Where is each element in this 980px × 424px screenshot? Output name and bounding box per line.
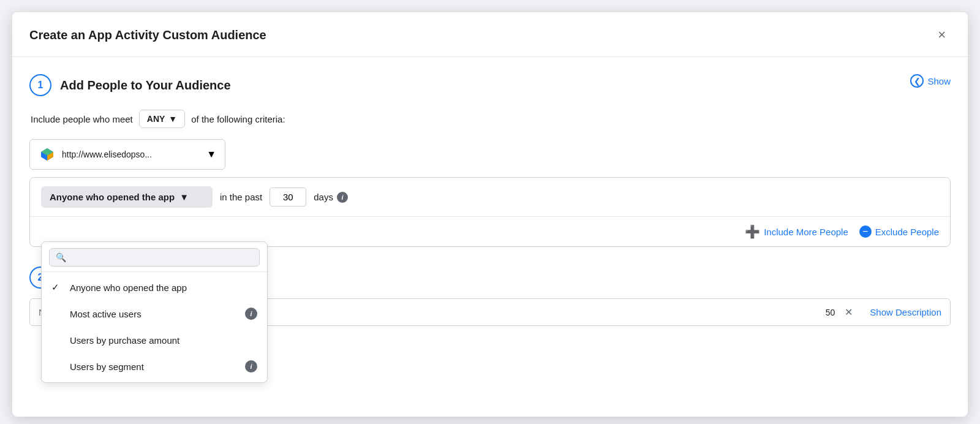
audience-type-label: Anyone who opened the app	[50, 192, 175, 202]
section1-title: Add People to Your Audience	[60, 78, 231, 93]
dropdown-item-users-segment[interactable]: ✓ Users by segment i	[42, 353, 267, 380]
exclude-people-link[interactable]: − Exclude People	[859, 225, 939, 238]
modal-body: ❮ Show 1 Add People to Your Audience Inc…	[12, 57, 968, 341]
app-selector[interactable]: http://www.elisedopso... ▼	[29, 139, 225, 170]
dropdown-item-label: Users by purchase amount	[70, 335, 179, 346]
search-icon: 🔍	[56, 252, 66, 262]
chevron-left-circle-icon: ❮	[910, 74, 924, 88]
dropdown-item-label: Anyone who opened the app	[70, 282, 187, 293]
days-label: days i	[314, 192, 348, 203]
section1-header: 1 Add People to Your Audience	[29, 74, 951, 96]
days-info-icon[interactable]: i	[337, 192, 348, 203]
criteria-suffix: of the following criteria:	[191, 114, 285, 124]
close-button[interactable]: ×	[933, 25, 951, 45]
clear-name-button[interactable]: ✕	[841, 305, 856, 319]
audience-dropdown-chevron-icon: ▼	[179, 192, 189, 202]
most-active-info-icon[interactable]: i	[245, 308, 257, 320]
dropdown-items-list: ✓ Anyone who opened the app ✓ Most activ…	[42, 272, 267, 382]
dropdown-item-most-active[interactable]: ✓ Most active users i	[42, 300, 267, 327]
days-input[interactable]	[270, 187, 306, 206]
any-chevron-icon: ▼	[168, 114, 177, 124]
include-more-link[interactable]: ➕ Include More People	[745, 225, 848, 238]
audience-type-dropdown[interactable]: Anyone who opened the app ▼	[41, 186, 213, 208]
criteria-row: Include people who meet ANY ▼ of the fol…	[31, 110, 951, 128]
app-selector-chevron-icon: ▼	[206, 149, 216, 160]
dropdown-item-label: Users by segment	[70, 362, 144, 372]
dropdown-search-input[interactable]	[71, 252, 253, 262]
dropdown-search-area: 🔍	[42, 242, 267, 272]
dropdown-item-anyone-opened[interactable]: ✓ Anyone who opened the app	[42, 274, 267, 300]
exclude-minus-icon: −	[859, 225, 872, 238]
audience-dropdown-menu: 🔍 ✓ Anyone who opened the app	[41, 241, 268, 383]
any-dropdown[interactable]: ANY ▼	[139, 110, 185, 128]
modal: Create an App Activity Custom Audience ×…	[12, 12, 968, 417]
selected-checkmark-icon: ✓	[51, 282, 64, 293]
any-label: ANY	[147, 114, 165, 124]
modal-header: Create an App Activity Custom Audience ×	[12, 12, 968, 57]
dropdown-item-users-purchase[interactable]: ✓ Users by purchase amount	[42, 327, 267, 353]
users-segment-info-icon[interactable]: i	[245, 360, 257, 373]
criteria-prefix: Include people who meet	[31, 114, 133, 124]
in-past-label: in the past	[220, 192, 262, 202]
show-link[interactable]: ❮ Show	[910, 74, 951, 88]
audience-box: Anyone who opened the app ▼ in the past …	[29, 177, 951, 247]
app-icon	[39, 146, 56, 163]
char-count: 50	[826, 308, 835, 317]
include-plus-icon: ➕	[745, 225, 760, 238]
step1-circle: 1	[29, 74, 51, 96]
audience-row: Anyone who opened the app ▼ in the past …	[30, 178, 950, 216]
app-url: http://www.elisedopso...	[62, 150, 200, 159]
modal-title: Create an App Activity Custom Audience	[29, 28, 266, 42]
show-label: Show	[927, 76, 951, 86]
show-description-link[interactable]: Show Description	[870, 307, 941, 317]
dropdown-item-label: Most active users	[70, 309, 141, 319]
